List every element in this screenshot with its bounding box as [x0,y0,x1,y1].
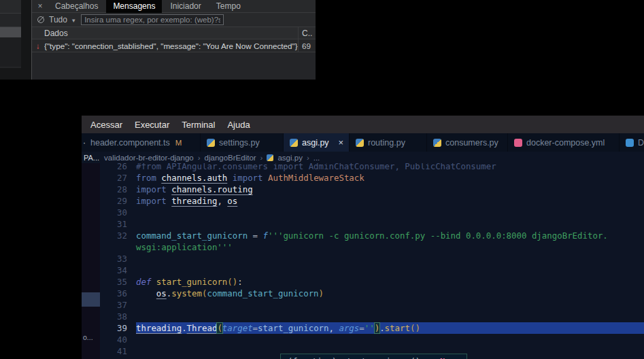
network-request-list-sliver [0,0,21,68]
close-tab-icon[interactable]: × [339,137,344,148]
devtools-tab-tempo[interactable]: Tempo [209,0,248,13]
line-number: 41 [100,346,136,356]
code-line-wrap[interactable]: wsgi:application''' [100,241,644,253]
code-text [136,264,644,276]
code-token [151,277,156,287]
code-line-28[interactable]: 28import channels.routing [100,184,644,195]
menu-terminal[interactable]: Terminal [175,120,221,130]
devtools-tab-mensagens[interactable]: Mensagens [106,0,162,13]
code-line-30[interactable]: 30 [100,207,644,218]
code-token: ) [415,323,420,333]
python-icon [290,139,298,147]
code-line-26[interactable]: 26#from APIAngular.consumers import Admi… [100,163,644,172]
python-icon [207,139,215,147]
tab-label: settings.py [219,138,260,148]
code-token: os [227,196,237,206]
line-number: 30 [100,207,136,218]
code-token: = [359,323,364,333]
code-line-35[interactable]: 35def start_gunicorn(): [100,276,644,288]
code-line-31[interactable]: 31 [100,218,644,230]
line-number: 29 [100,196,136,206]
code-token: : [237,277,242,287]
menu-ajuda[interactable]: Ajuda [221,120,256,130]
code-token: args [339,323,359,333]
menu-acessar[interactable]: Acessar [84,120,129,130]
network-list-empty [0,37,21,67]
devtools-tab-iniciador[interactable]: Iniciador [163,0,207,13]
code-line-37[interactable]: 37 [100,299,644,311]
code-line-34[interactable]: 34 [100,264,644,276]
code-text [136,299,644,311]
python-icon [356,139,364,147]
line-number: 36 [100,288,136,298]
code-line-33[interactable]: 33 [100,253,644,264]
code-token: ) [375,323,379,333]
chevron-down-icon: ▼ [71,18,76,24]
line-number: 38 [100,311,136,322]
code-text [136,207,644,218]
code-token: '''gunicorn -c gunicorn.conf.py --bind 0… [268,230,608,241]
code-token: , [329,323,339,333]
tab-do[interactable]: Do [620,133,644,152]
tab-label: docker-compose.yml [526,138,605,148]
python-icon [433,139,441,147]
tab-docker-compose-yml[interactable]: docker-compose.yml [508,133,620,152]
code-line-29[interactable]: 29import threading, os [100,195,644,207]
code-line-40[interactable]: 40 [100,334,644,345]
code-token: ) [233,277,237,287]
modified-dot-fragment: · [82,133,87,152]
network-list-selected-row[interactable] [0,27,21,37]
tab-label: Do [638,138,644,148]
regex-filter-input[interactable] [81,14,224,25]
code-text [136,218,644,230]
code-token: system [171,288,202,298]
breadcrumb-item-validador-br-editor-django[interactable]: validador-br-editor-django [104,154,194,162]
table-row[interactable]: ↓ {"type": "connection_stablished", "mes… [32,39,316,52]
devtools-splitter[interactable] [21,0,31,70]
line-number: 35 [100,277,136,287]
menu-executar[interactable]: Executar [129,120,175,130]
tab-settings-py[interactable]: settings.py [201,133,284,152]
code-line-39[interactable]: 39threading.Thread(target=start_gunicorn… [100,322,644,334]
code-line-27[interactable]: 27from channels.auth import AuthMiddlewa… [100,172,644,184]
docker-compose-icon [514,139,522,147]
breadcrumb-item-[interactable]: ... [313,154,320,162]
code-token [136,288,156,298]
code-text: os.system(command_start_gunicorn) [136,288,644,299]
code-token: command_start_gunicorn [207,288,318,298]
tab-consumers-py[interactable]: consumers.py [427,133,508,152]
line-number: 31 [100,219,136,229]
filter-type-dropdown[interactable]: Tudo ▼ [49,15,76,24]
column-header-data[interactable]: Dados [32,29,298,38]
code-text [136,253,644,264]
code-token: '' [365,323,375,333]
close-detail-icon[interactable]: × [32,1,48,11]
code-token: ( [227,277,232,287]
breadcrumb-item-asgi-py[interactable]: asgi.py [277,154,302,162]
tab-label: routing.py [368,138,405,148]
tab-asgi-py[interactable]: asgi.py× [284,133,350,152]
filter-type-label: Tudo [49,15,67,24]
breadcrumb-item-djangobreditor[interactable]: djangoBrEditor [205,154,256,162]
code-token: AuthMiddlewareStack [268,173,365,183]
side-fragment-bottom: o... [83,333,93,341]
tab-routing-py[interactable]: routing.py [350,133,427,152]
column-header-length[interactable]: C.. [298,27,316,39]
network-list-row[interactable] [0,14,21,27]
messages-empty-area [32,52,316,80]
breadcrumb[interactable]: validador-br-editor-django›djangoBrEdito… [100,152,644,163]
code-token: from [136,173,156,183]
code-token: . [167,288,171,298]
network-list-row[interactable] [0,0,21,14]
code-editor[interactable]: 26#from APIAngular.consumers import Admi… [100,163,644,359]
menu-bar: AcessarExecutarTerminalAjuda [82,116,644,133]
devtools-tab-cabe-alhos[interactable]: Cabeçalhos [48,0,105,13]
code-line-32[interactable]: 32command_start_gunicorn = f'''gunicorn … [100,230,644,241]
line-number: 34 [100,265,136,275]
code-token [167,196,171,206]
code-line-38[interactable]: 38 [100,311,644,322]
code-token: command_start_gunicorn [136,230,248,241]
code-line-36[interactable]: 36 os.system(command_start_gunicorn) [100,288,644,299]
clear-filter-icon[interactable] [37,16,44,23]
tab-header-component-ts[interactable]: header.component.tsM [87,133,201,152]
